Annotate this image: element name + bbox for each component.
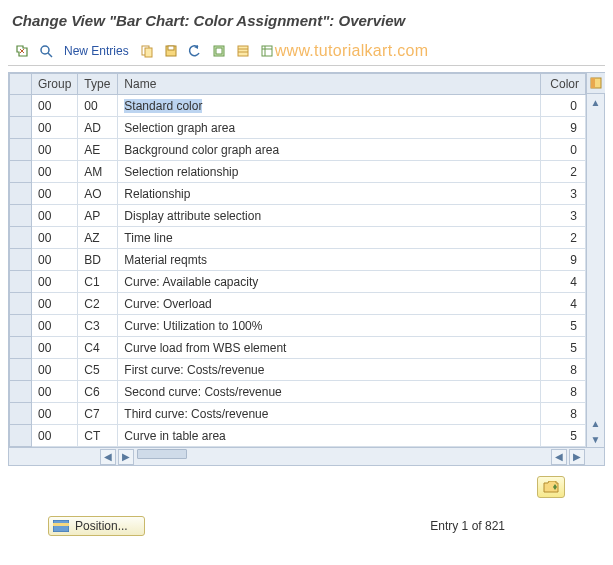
row-selector[interactable] <box>10 249 32 271</box>
cell-type[interactable]: AM <box>78 161 118 183</box>
cell-name[interactable]: Selection relationship <box>118 161 541 183</box>
cell-color[interactable]: 0 <box>541 95 586 117</box>
cell-type[interactable]: AZ <box>78 227 118 249</box>
cell-type[interactable]: C3 <box>78 315 118 337</box>
cell-color[interactable]: 3 <box>541 205 586 227</box>
row-selector[interactable] <box>10 359 32 381</box>
row-selector[interactable] <box>10 139 32 161</box>
table-row[interactable]: 00AEBackground color graph area0 <box>10 139 586 161</box>
cell-group[interactable]: 00 <box>32 139 78 161</box>
row-selector[interactable] <box>10 271 32 293</box>
col-group-header[interactable]: Group <box>32 74 78 95</box>
table-row[interactable]: 0000Standard color0 <box>10 95 586 117</box>
cell-type[interactable]: 00 <box>78 95 118 117</box>
cell-group[interactable]: 00 <box>32 227 78 249</box>
table-row[interactable]: 00CTCurve in table area5 <box>10 425 586 447</box>
other-view-icon[interactable] <box>12 41 32 61</box>
row-selector[interactable] <box>10 95 32 117</box>
col-name-header[interactable]: Name <box>118 74 541 95</box>
undo-icon[interactable] <box>185 41 205 61</box>
select-all-icon[interactable] <box>209 41 229 61</box>
table-row[interactable]: 00C6Second curve: Costs/revenue8 <box>10 381 586 403</box>
cell-name[interactable]: Third curve: Costs/revenue <box>118 403 541 425</box>
cell-group[interactable]: 00 <box>32 337 78 359</box>
scroll-down-icon[interactable]: ▼ <box>591 431 601 447</box>
cell-color[interactable]: 5 <box>541 315 586 337</box>
cell-color[interactable]: 8 <box>541 359 586 381</box>
display-icon[interactable] <box>36 41 56 61</box>
save-icon[interactable] <box>161 41 181 61</box>
hscroll-right-icon[interactable]: ◀ <box>551 449 567 465</box>
cell-type[interactable]: C7 <box>78 403 118 425</box>
cell-color[interactable]: 8 <box>541 381 586 403</box>
col-type-header[interactable]: Type <box>78 74 118 95</box>
vertical-scrollbar[interactable]: ▲ ▲ ▼ <box>586 73 604 447</box>
cell-group[interactable]: 00 <box>32 293 78 315</box>
cell-group[interactable]: 00 <box>32 205 78 227</box>
row-selector[interactable] <box>10 403 32 425</box>
cell-name[interactable]: Time line <box>118 227 541 249</box>
cell-name[interactable]: Material reqmts <box>118 249 541 271</box>
hscroll-first-icon[interactable]: ◀ <box>100 449 116 465</box>
cell-group[interactable]: 00 <box>32 117 78 139</box>
cell-type[interactable]: C4 <box>78 337 118 359</box>
cell-type[interactable]: C6 <box>78 381 118 403</box>
col-rowselector[interactable] <box>10 74 32 95</box>
hscroll-last-icon[interactable]: ▶ <box>569 449 585 465</box>
cell-color[interactable]: 3 <box>541 183 586 205</box>
cell-group[interactable]: 00 <box>32 183 78 205</box>
cell-color[interactable]: 9 <box>541 249 586 271</box>
cell-group[interactable]: 00 <box>32 403 78 425</box>
scroll-up-icon[interactable]: ▲ <box>591 94 601 110</box>
row-selector[interactable] <box>10 161 32 183</box>
cell-type[interactable]: C1 <box>78 271 118 293</box>
cell-color[interactable]: 5 <box>541 337 586 359</box>
scroll-down-small-icon[interactable]: ▲ <box>591 415 601 431</box>
table-row[interactable]: 00C3Curve: Utilization to 100%5 <box>10 315 586 337</box>
cell-name[interactable]: Display attribute selection <box>118 205 541 227</box>
cell-type[interactable]: CT <box>78 425 118 447</box>
row-selector[interactable] <box>10 381 32 403</box>
row-selector[interactable] <box>10 293 32 315</box>
cell-group[interactable]: 00 <box>32 315 78 337</box>
cell-color[interactable]: 9 <box>541 117 586 139</box>
cell-name[interactable]: Second curve: Costs/revenue <box>118 381 541 403</box>
cell-color[interactable]: 2 <box>541 161 586 183</box>
row-selector[interactable] <box>10 227 32 249</box>
cell-name[interactable]: Selection graph area <box>118 117 541 139</box>
new-entries-button[interactable]: New Entries <box>64 44 129 58</box>
table-row[interactable]: 00AZTime line2 <box>10 227 586 249</box>
table-row[interactable]: 00ADSelection graph area9 <box>10 117 586 139</box>
row-selector[interactable] <box>10 425 32 447</box>
cell-name[interactable]: Curve: Available capacity <box>118 271 541 293</box>
cell-type[interactable]: BD <box>78 249 118 271</box>
horizontal-scrollbar[interactable]: ◀ ▶ ◀ ▶ <box>9 447 604 465</box>
cell-name[interactable]: Curve load from WBS element <box>118 337 541 359</box>
table-row[interactable]: 00BDMaterial reqmts9 <box>10 249 586 271</box>
cell-name[interactable]: Background color graph area <box>118 139 541 161</box>
cell-type[interactable]: AP <box>78 205 118 227</box>
table-row[interactable]: 00AMSelection relationship2 <box>10 161 586 183</box>
cell-name[interactable]: Relationship <box>118 183 541 205</box>
cell-type[interactable]: AO <box>78 183 118 205</box>
hscroll-left-icon[interactable]: ▶ <box>118 449 134 465</box>
col-color-header[interactable]: Color <box>541 74 586 95</box>
cell-type[interactable]: C5 <box>78 359 118 381</box>
row-selector[interactable] <box>10 117 32 139</box>
row-selector[interactable] <box>10 315 32 337</box>
position-button[interactable]: Position... <box>48 516 145 536</box>
cell-color[interactable]: 0 <box>541 139 586 161</box>
cell-group[interactable]: 00 <box>32 95 78 117</box>
table-row[interactable]: 00C4Curve load from WBS element5 <box>10 337 586 359</box>
cell-name[interactable]: Curve: Utilization to 100% <box>118 315 541 337</box>
cell-group[interactable]: 00 <box>32 359 78 381</box>
cell-type[interactable]: C2 <box>78 293 118 315</box>
cell-color[interactable]: 4 <box>541 271 586 293</box>
table-row[interactable]: 00C2Curve: Overload4 <box>10 293 586 315</box>
table-row[interactable]: 00APDisplay attribute selection3 <box>10 205 586 227</box>
cell-type[interactable]: AE <box>78 139 118 161</box>
table-row[interactable]: 00AORelationship3 <box>10 183 586 205</box>
cell-name[interactable]: First curve: Costs/revenue <box>118 359 541 381</box>
table-settings-icon[interactable] <box>587 73 605 94</box>
cell-name[interactable]: Standard color <box>118 95 541 117</box>
